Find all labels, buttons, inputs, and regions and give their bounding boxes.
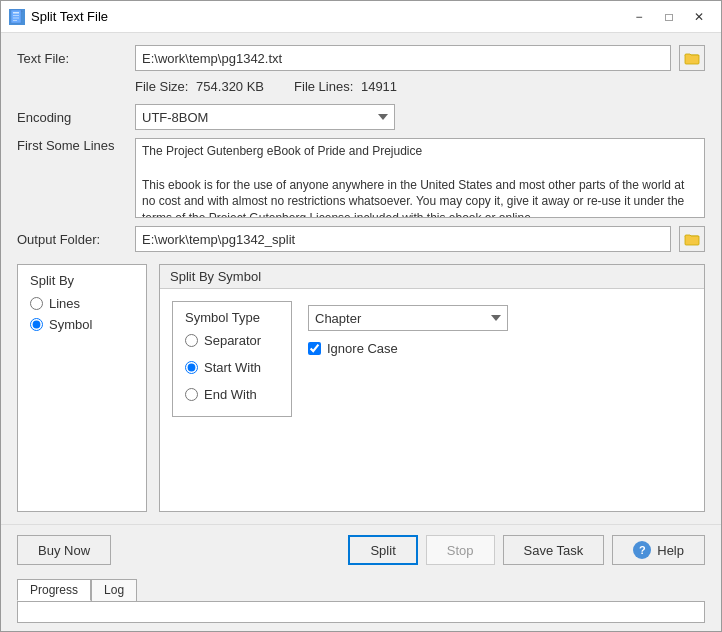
- svg-rect-1: [13, 12, 19, 14]
- separator-radio[interactable]: [185, 334, 198, 347]
- endwith-label[interactable]: End With: [204, 387, 257, 402]
- main-content: Text File: File Size: 754.320 KB File Li…: [1, 33, 721, 524]
- filelines-label: File Lines: 14911: [294, 79, 397, 94]
- text-file-row: Text File:: [17, 45, 705, 71]
- startwith-radio[interactable]: [185, 361, 198, 374]
- lines-radio[interactable]: [30, 297, 43, 310]
- encoding-select[interactable]: UTF-8BOM UTF-8 UTF-16 ANSI: [135, 104, 395, 130]
- first-lines-textarea[interactable]: The Project Gutenberg eBook of Pride and…: [135, 138, 705, 218]
- save-task-button[interactable]: Save Task: [503, 535, 605, 565]
- ignore-case-row: Ignore Case: [308, 341, 508, 356]
- svg-rect-4: [13, 20, 17, 21]
- first-lines-row: First Some Lines The Project Gutenberg e…: [17, 138, 705, 218]
- progress-section: Progress Log: [1, 575, 721, 631]
- chapter-select[interactable]: Chapter Part Section Book Volume: [308, 305, 508, 331]
- radio-symbol: Symbol: [30, 317, 134, 332]
- svg-rect-2: [13, 15, 19, 16]
- symbol-right: Chapter Part Section Book Volume Ignore …: [308, 301, 508, 356]
- folder-icon: [684, 50, 700, 66]
- svg-marker-5: [21, 10, 23, 12]
- encoding-row: Encoding UTF-8BOM UTF-8 UTF-16 ANSI: [17, 104, 705, 130]
- endwith-radio-item: End With: [185, 387, 279, 402]
- output-folder-label: Output Folder:: [17, 232, 127, 247]
- window-title: Split Text File: [31, 9, 625, 24]
- separator-label[interactable]: Separator: [204, 333, 261, 348]
- close-button[interactable]: ✕: [685, 5, 713, 29]
- symbol-radio-label[interactable]: Symbol: [49, 317, 92, 332]
- svg-rect-0: [11, 10, 21, 23]
- symbol-options: Separator Start With End With: [185, 333, 279, 408]
- ignore-case-checkbox[interactable]: [308, 342, 321, 355]
- window-controls: − □ ✕: [625, 5, 713, 29]
- radio-lines: Lines: [30, 296, 134, 311]
- title-bar: Split Text File − □ ✕: [1, 1, 721, 33]
- folder-open-icon: [684, 231, 700, 247]
- text-file-input[interactable]: [135, 45, 671, 71]
- progress-tabs: Progress Log: [17, 579, 705, 601]
- main-window: Split Text File − □ ✕ Text File: File Si…: [0, 0, 722, 632]
- split-by-box: Split By Lines Symbol: [17, 264, 147, 512]
- app-icon: [9, 9, 25, 25]
- text-file-browse-button[interactable]: [679, 45, 705, 71]
- split-button[interactable]: Split: [348, 535, 417, 565]
- help-button[interactable]: ? Help: [612, 535, 705, 565]
- endwith-radio[interactable]: [185, 388, 198, 401]
- startwith-label[interactable]: Start With: [204, 360, 261, 375]
- stop-button: Stop: [426, 535, 495, 565]
- encoding-label: Encoding: [17, 110, 127, 125]
- output-folder-row: Output Folder:: [17, 226, 705, 252]
- progress-bar-container: [17, 601, 705, 623]
- log-tab[interactable]: Log: [91, 579, 137, 601]
- symbol-type-title: Symbol Type: [185, 310, 279, 325]
- split-by-section: Split By Lines Symbol Split By Symbol: [17, 264, 705, 512]
- svg-rect-7: [685, 236, 699, 245]
- separator-radio-item: Separator: [185, 333, 279, 348]
- filesize-label: File Size: 754.320 KB: [135, 79, 264, 94]
- ignore-case-label[interactable]: Ignore Case: [327, 341, 398, 356]
- split-by-title: Split By: [30, 273, 134, 288]
- output-folder-input[interactable]: [135, 226, 671, 252]
- split-by-symbol-panel: Split By Symbol Symbol Type Separator: [159, 264, 705, 512]
- minimize-button[interactable]: −: [625, 5, 653, 29]
- panel-content: Symbol Type Separator Start With: [160, 289, 704, 429]
- symbol-radio[interactable]: [30, 318, 43, 331]
- symbol-type-box: Symbol Type Separator Start With: [172, 301, 292, 417]
- progress-tab[interactable]: Progress: [17, 579, 91, 601]
- first-lines-label: First Some Lines: [17, 138, 127, 153]
- buy-now-button[interactable]: Buy Now: [17, 535, 111, 565]
- text-file-label: Text File:: [17, 51, 127, 66]
- svg-rect-3: [13, 17, 19, 18]
- bottom-buttons: Buy Now Split Stop Save Task ? Help: [1, 524, 721, 575]
- startwith-radio-item: Start With: [185, 360, 279, 375]
- output-folder-browse-button[interactable]: [679, 226, 705, 252]
- maximize-button[interactable]: □: [655, 5, 683, 29]
- panel-tab-label: Split By Symbol: [170, 269, 261, 284]
- file-info-row: File Size: 754.320 KB File Lines: 14911: [17, 79, 705, 94]
- lines-radio-label[interactable]: Lines: [49, 296, 80, 311]
- help-icon: ?: [633, 541, 651, 559]
- panel-title-bar: Split By Symbol: [160, 265, 704, 289]
- svg-rect-6: [685, 55, 699, 64]
